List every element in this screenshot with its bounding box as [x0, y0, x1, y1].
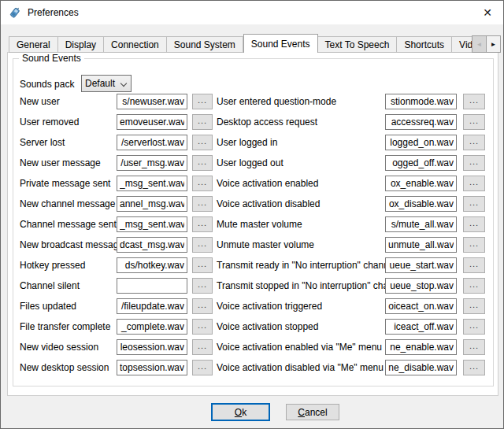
sound-file-input[interactable] [385, 319, 457, 335]
sound-event-row: User logged in ... [13, 135, 493, 150]
tab-shortcuts[interactable]: Shortcuts [397, 36, 452, 53]
sound-events-groupbox: Sound Events Sounds pack Default New use… [13, 58, 494, 386]
tab-scrollers: ◄ ► [472, 35, 501, 53]
sound-event-label: Voice activation stopped [217, 321, 318, 332]
browse-button[interactable]: ... [463, 319, 485, 335]
sound-file-input[interactable] [385, 155, 457, 171]
sound-event-label: Mute master volume [217, 219, 302, 230]
sound-event-row: Voice activation triggered ... [13, 298, 493, 314]
sound-event-label: User entered question-mode [217, 96, 336, 107]
sound-file-input[interactable] [385, 114, 457, 130]
browse-button[interactable]: ... [463, 257, 485, 273]
sound-event-row: Voice activation enabled ... [13, 176, 493, 191]
sound-file-input[interactable] [385, 135, 457, 150]
sounds-pack-label: Sounds pack [20, 79, 74, 90]
sound-file-input[interactable] [385, 278, 457, 294]
sound-event-row: User entered question-mode ... [13, 94, 493, 109]
sound-events-right-column: User entered question-mode ... Desktop a… [13, 94, 493, 385]
tab-text-to-speech[interactable]: Text To Speech [318, 36, 398, 53]
tab-display[interactable]: Display [58, 36, 104, 53]
sound-event-label: Desktop access request [217, 116, 317, 128]
tab-scroll-right-button[interactable]: ► [486, 35, 501, 53]
browse-button[interactable]: ... [463, 339, 485, 355]
sound-event-row: Voice activation stopped ... [13, 319, 493, 335]
browse-button[interactable]: ... [463, 114, 485, 130]
sound-file-input[interactable] [385, 176, 457, 191]
ok-button[interactable]: Ok [211, 403, 270, 421]
sounds-pack-value: Default [85, 78, 115, 89]
arrow-right-icon: ► [491, 41, 497, 48]
browse-button[interactable]: ... [463, 196, 485, 212]
browse-button[interactable]: ... [463, 216, 485, 232]
sound-event-label: Voice activation enabled via "Me" menu [217, 342, 382, 353]
browse-button[interactable]: ... [463, 176, 485, 191]
sound-file-input[interactable] [385, 298, 457, 314]
sound-file-input[interactable] [385, 257, 457, 273]
sound-file-input[interactable] [385, 237, 457, 253]
browse-button[interactable]: ... [463, 135, 485, 150]
close-icon: ✕ [483, 6, 492, 19]
browse-button[interactable]: ... [463, 278, 485, 294]
title-bar: Preferences ✕ [1, 1, 503, 24]
sounds-pack-select[interactable]: Default [81, 75, 132, 92]
sound-event-label: Unmute master volume [217, 239, 314, 250]
arrow-left-icon: ◄ [476, 41, 483, 48]
sound-event-row: Mute master volume ... [13, 216, 493, 232]
sound-event-row: Transmit stopped in "No interruption" ch… [13, 278, 493, 294]
sound-event-row: Voice activation enabled via "Me" menu .… [13, 339, 493, 355]
sound-event-label: Transmit ready in "No interruption" chan… [217, 260, 396, 271]
sound-file-input[interactable] [385, 196, 457, 212]
sound-event-row: User logged out ... [13, 155, 493, 171]
close-button[interactable]: ✕ [472, 1, 503, 24]
chevron-down-icon [120, 80, 127, 87]
sound-event-row: Desktop access request ... [13, 114, 493, 130]
tab-sound-events[interactable]: Sound Events [243, 34, 318, 53]
sound-file-input[interactable] [385, 360, 457, 375]
window-title: Preferences [28, 7, 79, 18]
tab-scroll-left-button[interactable]: ◄ [472, 35, 487, 53]
sound-events-tab-page: Sound Events Sounds pack Default New use… [7, 52, 498, 396]
sound-event-label: User logged in [217, 137, 277, 148]
preferences-dialog: Preferences ✕ GeneralDisplayConnectionSo… [0, 0, 504, 429]
sound-event-label: Voice activation triggered [217, 301, 322, 312]
sound-file-input[interactable] [385, 339, 457, 355]
groupbox-title: Sound Events [19, 53, 84, 64]
browse-button[interactable]: ... [463, 237, 485, 253]
sound-event-row: Voice activation disabled via "Me" menu … [13, 360, 493, 375]
sound-event-label: User logged out [217, 157, 284, 168]
browse-button[interactable]: ... [463, 155, 485, 171]
app-icon [9, 6, 21, 19]
sound-event-label: Transmit stopped in "No interruption" ch… [217, 280, 406, 291]
sound-event-label: Voice activation disabled [217, 198, 320, 209]
browse-button[interactable]: ... [463, 360, 485, 375]
sound-file-input[interactable] [385, 216, 457, 232]
sound-file-input[interactable] [385, 94, 457, 109]
browse-button[interactable]: ... [463, 94, 485, 109]
tab-general[interactable]: General [9, 36, 58, 53]
browse-button[interactable]: ... [463, 298, 485, 314]
tab-sound-system[interactable]: Sound System [167, 36, 243, 53]
cancel-button[interactable]: Cancel [286, 404, 339, 420]
tab-connection[interactable]: Connection [104, 36, 167, 53]
sound-event-label: Voice activation disabled via "Me" menu [217, 362, 384, 373]
sound-event-label: Voice activation enabled [217, 178, 318, 189]
sound-event-row: Transmit ready in "No interruption" chan… [13, 257, 493, 273]
tab-bar: GeneralDisplayConnectionSound SystemSoun… [9, 34, 502, 53]
sound-event-row: Unmute master volume ... [13, 237, 493, 253]
sound-event-row: Voice activation disabled ... [13, 196, 493, 212]
